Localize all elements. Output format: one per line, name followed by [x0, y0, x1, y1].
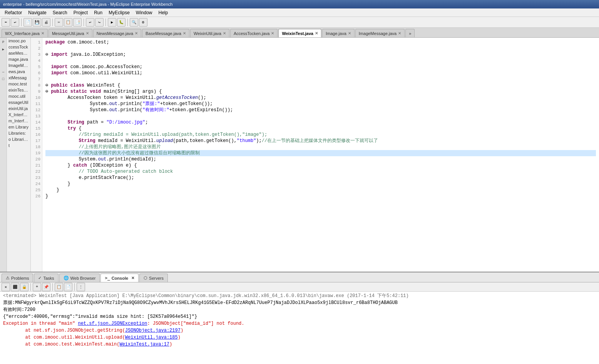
tab-image-close[interactable]: ✕ — [348, 31, 351, 35]
tab-basemessage[interactable]: BaseMessage.java ✕ — [142, 29, 189, 37]
jsonobject-link[interactable]: JSONObject.java:2197 — [125, 328, 181, 333]
code-line-23: e.printStackTrace(); — [45, 175, 596, 181]
tab-accesstocken-close[interactable]: ✕ — [271, 31, 274, 35]
line-num-24: 24 — [31, 181, 40, 187]
tab-weixintest[interactable]: WeixinTest.java ✕ — [278, 29, 321, 37]
tab-accesstocken[interactable]: AccessTocken.java ✕ — [230, 29, 278, 37]
code-line-6: import com.imooc.util.WeixinUtil; — [45, 70, 596, 76]
menu-run[interactable]: Run — [91, 9, 105, 16]
line-num-5: 5 — [31, 64, 40, 70]
sidebar-file-imooctest[interactable]: mooc.test — [7, 81, 30, 87]
tab-weixinutil[interactable]: WeixinUtil.java ✕ — [190, 29, 229, 37]
console-paste-btn[interactable]: 📄 — [64, 283, 72, 291]
console-new-btn[interactable]: + — [33, 283, 41, 291]
tab-tasks[interactable]: ✓ Tasks — [34, 274, 58, 282]
tab-newsmessage[interactable]: NewsMessage.java ✕ — [93, 29, 141, 37]
console-view-menu-btn[interactable]: ⋮ — [77, 283, 85, 291]
sidebar-file-imocopo[interactable]: imooc.po — [7, 38, 30, 44]
line-num-19: 19 — [31, 150, 40, 156]
toolbar-btn-1[interactable]: ⬅ — [2, 18, 10, 27]
sidebar-file-eminterface[interactable]: m_Interface — [7, 118, 30, 124]
tab-imagemessage[interactable]: ImageMessage.java ✕ — [355, 29, 405, 37]
menu-search[interactable]: Search — [50, 9, 70, 16]
sidebar-file-basemessa[interactable]: aseMessag — [7, 50, 30, 56]
console-scroll-lock-btn[interactable]: 🔒 — [20, 283, 28, 291]
menu-help[interactable]: Help — [156, 9, 171, 16]
bottom-panel: ⚠ Problems ✓ Tasks 🌐 Web Browser >_ Cons… — [0, 272, 599, 364]
toolbar-btn-5[interactable]: 🖨 — [42, 18, 50, 27]
tab-weixintest-close[interactable]: ✕ — [315, 31, 318, 35]
sidebar-file-t[interactable]: t — [7, 142, 30, 149]
code-line-12: System.out.println("有效时间:"+token.getExpi… — [45, 107, 596, 113]
code-line-1: package com.imooc.test; — [45, 39, 596, 45]
tab-webbrowser[interactable]: 🌐 Web Browser — [59, 274, 100, 282]
toolbar-btn-8[interactable]: 📑 — [73, 18, 82, 27]
tab-wx-interface-close[interactable]: ✕ — [41, 31, 44, 35]
tab-console-close[interactable]: ✕ — [131, 276, 134, 280]
menu-refactor[interactable]: Refactor — [2, 9, 25, 16]
menu-project[interactable]: Project — [70, 9, 91, 16]
left-icon-package[interactable]: P — [0, 39, 7, 45]
console-clear-btn[interactable]: ✕ — [2, 283, 10, 291]
console-pin-btn[interactable]: 📌 — [42, 283, 50, 291]
sidebar-file-txtmess[interactable]: xtMessag — [7, 75, 30, 81]
tab-newsmessage-close[interactable]: ✕ — [135, 31, 138, 35]
tab-weixinutil-close[interactable]: ✕ — [223, 31, 226, 35]
tab-servers[interactable]: ⬡ Servers — [139, 274, 168, 282]
code-line-26: } — [45, 193, 596, 199]
code-editor-area[interactable]: package com.imooc.test; ⊖ import java.io… — [42, 38, 599, 272]
tab-messageutil-close[interactable]: ✕ — [86, 31, 89, 35]
sidebar-file-accesstock[interactable]: ccessTock — [7, 44, 30, 50]
menu-bar: Refactor Navigate Search Project Run MyE… — [0, 8, 599, 17]
toolbar-btn-9[interactable]: ↩ — [86, 18, 94, 27]
menu-myeclipse[interactable]: MyEclipse — [105, 9, 133, 16]
sidebar-file-weixintest[interactable]: eixinTest.ja — [7, 87, 30, 93]
tab-weixintest-label: WeixinTest.java — [282, 31, 313, 36]
tab-wx-interface[interactable]: WX_Interface.java ✕ — [2, 29, 48, 37]
sidebar-file-wxinterface[interactable]: X_Interface — [7, 112, 30, 118]
tab-imagemessage-close[interactable]: ✕ — [398, 31, 401, 35]
toolbar-debug[interactable]: 🐛 — [117, 18, 125, 27]
toolbar-btn-6[interactable]: ✂ — [55, 18, 63, 27]
sidebar-file-image[interactable]: mage.java — [7, 56, 30, 62]
line-num-13: 13 — [31, 113, 40, 119]
code-line-9: ⊖ public static void main(String[] args)… — [45, 88, 596, 95]
sidebar-file-weixinutil[interactable]: eixinUtil.ja — [7, 105, 30, 112]
sidebar-file-libraries1[interactable]: Libraries: — [7, 130, 30, 136]
sidebar-file-imagemess[interactable]: ImageMess — [7, 62, 30, 68]
left-icon-minimize[interactable]: ─ — [0, 69, 7, 75]
tab-console[interactable]: >_ Console ✕ — [100, 274, 139, 282]
toolbar-btn-11[interactable]: 🔍 — [130, 18, 138, 27]
left-icon-maximize[interactable]: □ — [0, 76, 7, 82]
toolbar-btn-12[interactable]: ⚙ — [139, 18, 147, 27]
left-icon-arrow[interactable]: ▶ — [0, 46, 7, 52]
menu-navigate[interactable]: Navigate — [25, 9, 49, 16]
tab-basemessage-close[interactable]: ✕ — [183, 31, 186, 35]
line-num-12: 12 — [31, 107, 40, 113]
line-num-20: 20 — [31, 156, 40, 162]
tab-overflow[interactable]: » — [405, 29, 415, 37]
tab-image[interactable]: Image.java ✕ — [322, 29, 355, 37]
sidebar-file-messageutil[interactable]: essageUtil — [7, 99, 30, 105]
toolbar-btn-10[interactable]: ↪ — [95, 18, 104, 27]
toolbar-btn-3[interactable]: 📄 — [23, 18, 32, 27]
sidebar-file-news[interactable]: ews.java — [7, 68, 30, 75]
console-copy-btn[interactable]: 📋 — [55, 283, 63, 291]
console-line-1: 票据:MNFWgyrkrQwnlIkSgF6iL9TcWZZQxKPV7Rz7i… — [3, 299, 596, 306]
tab-messageutil[interactable]: MessageUtil.java ✕ — [49, 29, 92, 37]
menu-window[interactable]: Window — [133, 9, 156, 16]
sidebar-file-libraries2[interactable]: o Libraries: — [7, 136, 30, 142]
toolbar-sep-5 — [127, 18, 128, 26]
sidebar-file-imoocutil[interactable]: mooc.util — [7, 93, 30, 99]
console-terminate-btn[interactable]: ⬛ — [11, 283, 19, 291]
weixintest-link[interactable]: WeixinTest.java:17 — [119, 342, 169, 347]
toolbar-btn-4[interactable]: 💾 — [33, 18, 41, 27]
toolbar-btn-2[interactable]: ↩ — [11, 18, 19, 27]
tab-problems[interactable]: ⚠ Problems — [2, 274, 33, 282]
sidebar-file-emlibrary[interactable]: em Library — [7, 124, 30, 130]
toolbar-btn-7[interactable]: 📋 — [64, 18, 72, 27]
toolbar-run[interactable]: ▶ — [108, 18, 116, 27]
console-line-3: {"errcode":40006,"errmsg":"invalid meida… — [3, 313, 596, 320]
weixinutil-link[interactable]: WeixinUtil.java:185 — [125, 335, 178, 340]
jsonexception-link[interactable]: net.sf.json.JSONException — [78, 321, 147, 326]
